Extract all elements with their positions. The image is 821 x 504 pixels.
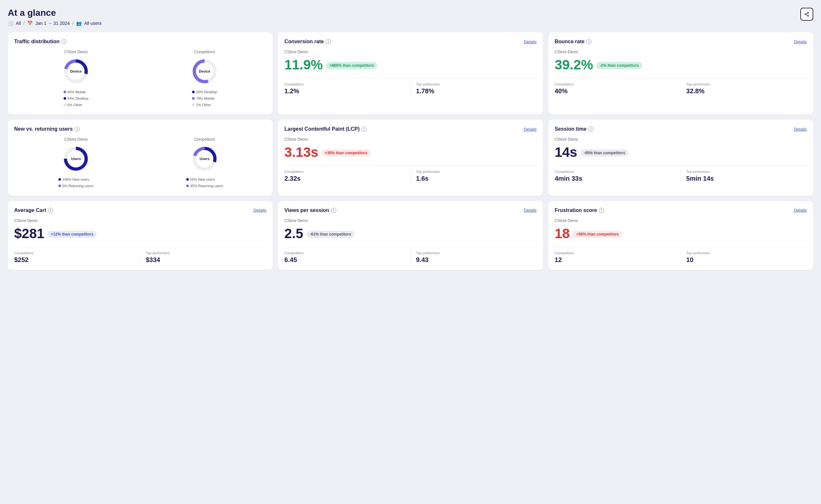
- bounce-badge: -2% than competitors: [596, 62, 642, 69]
- lcp-value: 3.13s: [284, 146, 318, 159]
- avg-cart-top-performers: Top performers $334: [140, 251, 267, 264]
- traffic-info-icon[interactable]: i: [61, 39, 66, 44]
- lcp-info-icon[interactable]: i: [361, 126, 367, 132]
- dashboard-grid: Traffic distribution i CStore Demo Devic…: [8, 32, 813, 270]
- breadcrumb: ⬜ All / 📅 Jan 1 → 31 2024 / 👥 All users: [8, 21, 102, 26]
- new-returning-info-icon[interactable]: i: [75, 126, 80, 132]
- traffic-cstore-legend: 46% Mobile 54% Desktop 0% Other: [64, 89, 88, 108]
- avg-cart-header: Average Cart i Details: [14, 207, 266, 213]
- new-returning-content: CStore Demo Users 100% New users 0% Retu…: [14, 137, 266, 189]
- views-comparisons: Competitors 6.45 Top performers 9.43: [284, 247, 536, 264]
- avg-cart-card: Average Cart i Details CStore Demo $281 …: [8, 201, 273, 270]
- svg-line-3: [806, 15, 808, 15]
- frustration-title: Frustration score i: [555, 207, 604, 213]
- new-returning-title: New vs. returning users i: [14, 126, 80, 132]
- conversion-badge: +889% than competitors: [326, 62, 377, 69]
- conversion-details-link[interactable]: Details: [524, 39, 537, 44]
- new-returning-header: New vs. returning users i: [14, 126, 266, 132]
- lcp-badge: +35% than competitors: [321, 149, 370, 156]
- traffic-competitors: Competitors Device 20% Desktop 79% Mobil…: [143, 50, 267, 108]
- avg-cart-title: Average Cart i: [14, 207, 53, 213]
- svg-point-1: [805, 14, 806, 15]
- conversion-title: Conversion rate i: [284, 39, 331, 45]
- session-comparisons: Competitors 4min 33s Top performers 5min…: [555, 166, 807, 182]
- avg-cart-info-icon[interactable]: i: [48, 208, 53, 213]
- lcp-competitors: Competitors 2.32s: [284, 170, 411, 182]
- views-details-link[interactable]: Details: [524, 208, 537, 213]
- header-left: At a glance ⬜ All / 📅 Jan 1 → 31 2024 / …: [8, 8, 102, 26]
- new-returning-cstore: CStore Demo Users 100% New users 0% Retu…: [14, 137, 138, 189]
- traffic-cstore-donut: Device: [61, 57, 90, 86]
- filter-date[interactable]: Jan 1 → 31 2024: [35, 21, 70, 26]
- conversion-competitors: Competitors 1.2%: [284, 82, 411, 95]
- new-returning-cstore-legend: 100% New users 0% Returning users: [58, 176, 94, 189]
- svg-point-0: [807, 12, 809, 13]
- frustration-competitors: Competitors 12: [555, 251, 681, 264]
- session-metric-row: 14s -95% than competitors: [555, 144, 807, 162]
- traffic-card-header: Traffic distribution i: [14, 39, 266, 45]
- new-returning-competitors-donut: Users: [190, 144, 219, 173]
- bounce-info-icon[interactable]: i: [586, 39, 592, 44]
- svg-point-2: [807, 15, 809, 16]
- frustration-value: 18: [555, 227, 570, 240]
- session-header: Session time i Details: [555, 126, 807, 132]
- frustration-details-link[interactable]: Details: [794, 208, 807, 213]
- avg-cart-badge: +12% than competitors: [47, 231, 96, 238]
- bounce-rate-card: Bounce rate i Details CStore Demo 39.2% …: [548, 32, 813, 115]
- lcp-details-link[interactable]: Details: [524, 127, 537, 132]
- avg-cart-details-link[interactable]: Details: [254, 208, 267, 213]
- session-top-performers: Top performers 5min 14s: [681, 170, 807, 182]
- frustration-comparisons: Competitors 12 Top performers 10: [555, 247, 807, 264]
- bounce-title: Bounce rate i: [555, 39, 592, 45]
- views-value: 2.5: [284, 227, 303, 240]
- share-button[interactable]: [800, 8, 813, 21]
- conversion-top-performers: Top performers 1.78%: [411, 82, 537, 95]
- bounce-metric-row: 39.2% -2% than competitors: [555, 57, 807, 74]
- frustration-top-performers: Top performers 10: [681, 251, 807, 264]
- lcp-top-performers: Top performers 1.6s: [411, 170, 537, 182]
- session-details-link[interactable]: Details: [794, 127, 807, 132]
- users-icon: 👥: [76, 21, 82, 26]
- breadcrumb-icon: ⬜: [8, 21, 13, 26]
- new-returning-card: New vs. returning users i CStore Demo Us…: [8, 120, 273, 196]
- frustration-badge: +50% than competitors: [573, 231, 622, 238]
- bounce-comparisons: Competitors 40% Top performers 32.8%: [555, 78, 807, 95]
- traffic-content: CStore Demo Device 46% Mobile 54% Deskto…: [14, 50, 266, 108]
- bounce-details-link[interactable]: Details: [794, 39, 807, 44]
- traffic-cstore: CStore Demo Device 46% Mobile 54% Deskto…: [14, 50, 138, 108]
- conversion-header: Conversion rate i Details: [284, 39, 536, 45]
- conversion-info-icon[interactable]: i: [326, 39, 331, 44]
- traffic-title: Traffic distribution i: [14, 39, 66, 45]
- filter-users[interactable]: All users: [84, 21, 102, 26]
- filter-all[interactable]: All: [16, 21, 21, 26]
- new-returning-competitors-legend: 55% New users 45% Returning users: [186, 176, 223, 189]
- conversion-metric-row: 11.9% +889% than competitors: [284, 57, 536, 74]
- lcp-header: Largest Contentful Paint (LCP) i Details: [284, 126, 536, 132]
- bounce-header: Bounce rate i Details: [555, 39, 807, 45]
- lcp-card: Largest Contentful Paint (LCP) i Details…: [278, 120, 543, 196]
- bounce-competitors: Competitors 40%: [555, 82, 681, 95]
- views-badge: -61% than competitors: [307, 231, 355, 238]
- page-title: At a glance: [8, 8, 102, 18]
- views-card: Views per session i Details CStore Demo …: [278, 201, 543, 270]
- lcp-metric-row: 3.13s +35% than competitors: [284, 144, 536, 162]
- session-competitors: Competitors 4min 33s: [555, 170, 681, 182]
- conversion-comparisons: Competitors 1.2% Top performers 1.78%: [284, 78, 536, 95]
- views-title: Views per session i: [284, 207, 336, 213]
- bounce-top-performers: Top performers 32.8%: [681, 82, 807, 95]
- frustration-card: Frustration score i Details CStore Demo …: [548, 201, 813, 270]
- session-badge: -95% than competitors: [581, 149, 629, 156]
- views-top-performers: Top performers 9.43: [411, 251, 537, 264]
- views-info-icon[interactable]: i: [331, 208, 336, 213]
- frustration-info-icon[interactable]: i: [599, 208, 604, 213]
- conversion-rate-card: Conversion rate i Details CStore Demo 11…: [278, 32, 543, 115]
- traffic-competitors-donut: Device: [190, 57, 219, 86]
- lcp-title: Largest Contentful Paint (LCP) i: [284, 126, 367, 132]
- new-returning-cstore-donut: Users: [61, 144, 90, 173]
- session-info-icon[interactable]: i: [588, 126, 593, 132]
- traffic-distribution-card: Traffic distribution i CStore Demo Devic…: [8, 32, 273, 115]
- bounce-value: 39.2%: [555, 58, 593, 72]
- page-header: At a glance ⬜ All / 📅 Jan 1 → 31 2024 / …: [8, 8, 813, 26]
- calendar-icon: 📅: [27, 21, 33, 26]
- conversion-value: 11.9%: [284, 58, 323, 72]
